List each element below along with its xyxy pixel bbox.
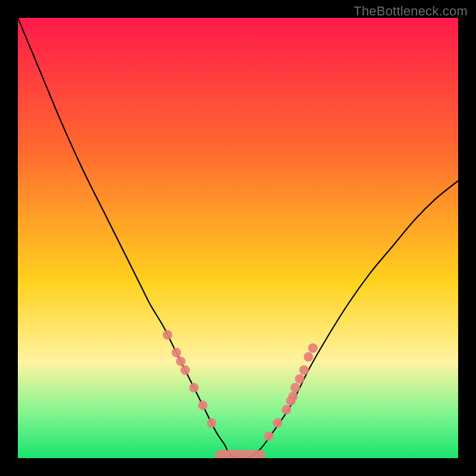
data-point <box>289 392 298 401</box>
data-point <box>303 352 313 362</box>
data-point <box>290 383 300 393</box>
data-point <box>281 405 291 415</box>
data-point <box>264 431 274 441</box>
chart-svg <box>18 18 458 458</box>
data-point <box>207 418 217 428</box>
data-point <box>163 330 173 340</box>
data-point <box>295 374 305 384</box>
data-point <box>198 400 208 410</box>
data-point <box>273 418 283 428</box>
data-point <box>176 356 186 366</box>
data-point <box>308 343 318 353</box>
data-point <box>171 347 181 357</box>
data-point <box>180 365 190 375</box>
valley-data-points <box>215 450 265 458</box>
valley-band <box>215 450 265 458</box>
data-point <box>299 365 309 375</box>
data-point <box>189 383 199 393</box>
plot-area <box>18 18 458 458</box>
chart-stage: TheBottleneck.com <box>0 0 476 476</box>
watermark-label: TheBottleneck.com <box>353 4 468 19</box>
right-data-points <box>264 343 318 441</box>
bottleneck-curve <box>18 18 458 458</box>
